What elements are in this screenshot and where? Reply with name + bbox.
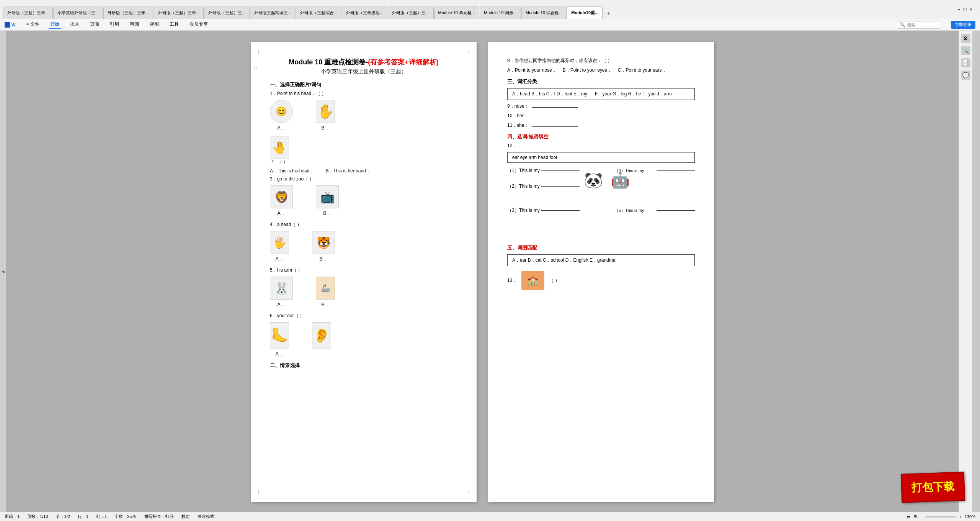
search-input[interactable] bbox=[907, 23, 938, 27]
q4-image-b: 🐯 bbox=[312, 231, 335, 254]
section4-header: 四、选词/短语填空 bbox=[507, 133, 695, 140]
q11-row: 11．she： bbox=[507, 122, 695, 129]
q6-image-b: 👂 bbox=[312, 322, 331, 349]
tab-5[interactable]: 外研版（三起）三... bbox=[204, 7, 250, 19]
tab-bar: 外研版（三起）三年... 小学英语外研版（三... 外研版（三起）三年... 外… bbox=[3, 0, 614, 19]
question-6: 6．your ear（ ） bbox=[270, 313, 457, 319]
sidebar-icon-3[interactable]: 📑 bbox=[961, 58, 970, 67]
page-left: ⠿ Module 10 重难点检测卷-(有参考答案+详细解析) 小学英语三年级上… bbox=[251, 42, 477, 502]
browser-maximize[interactable]: □ bbox=[964, 7, 967, 12]
section5-header: 五、词图匹配 bbox=[507, 244, 695, 251]
status-total-pages: 页数：1/10 bbox=[27, 514, 48, 519]
q11-fill bbox=[532, 126, 578, 127]
view-icon-2[interactable]: ⊞ bbox=[913, 514, 917, 519]
add-tab-button[interactable]: + bbox=[603, 8, 614, 19]
status-section: 节：1/2 bbox=[56, 514, 70, 519]
q6-image-a: 🦶 bbox=[270, 322, 289, 349]
statusbar: 页码：1 页数：1/10 节：1/2 行：1 列：1 字数：2576 拼写检查：… bbox=[0, 512, 980, 521]
q13-building: 🏫 bbox=[521, 271, 544, 290]
tab-4[interactable]: 外研版（三起）三年... bbox=[154, 7, 204, 19]
section3-header: 三、词汇分类 bbox=[507, 78, 695, 85]
browser-minimize[interactable]: − bbox=[957, 7, 960, 12]
q2-image: 🤚 bbox=[270, 136, 289, 159]
q4-image-a: 🖐 bbox=[270, 231, 289, 254]
menu-view[interactable]: 视图 bbox=[148, 20, 160, 29]
question-8: 8．当你想让同学指向他的耳朵时，你应该说：（ ） bbox=[507, 57, 695, 64]
q2-options: A．This is his head． B．This is her hand． bbox=[270, 168, 457, 174]
tab-13[interactable]: Module10重... bbox=[567, 7, 603, 19]
menu-insert[interactable]: 插入 bbox=[69, 20, 81, 29]
question-4: 4．a head（ ） bbox=[270, 221, 457, 228]
tab-9[interactable]: 外研版（三起）三... bbox=[388, 7, 433, 19]
menu-tools[interactable]: 工具 bbox=[168, 20, 180, 29]
drag-handle[interactable]: ⠿ bbox=[254, 65, 256, 70]
tab-12[interactable]: Module 10 综合检... bbox=[521, 7, 567, 19]
sidebar-icon-4[interactable]: 💬 bbox=[961, 70, 970, 80]
panda-left: 🐼 bbox=[584, 171, 603, 189]
main-area: ◀ ⠿ Module 10 重难点检测卷-(有参考答案+详细解析) 小学英语三年… bbox=[0, 31, 972, 512]
sidebar-icon-2[interactable]: 🔍 bbox=[961, 46, 970, 55]
menu-review[interactable]: 审阅 bbox=[128, 20, 140, 29]
menu-edit[interactable]: 开始 bbox=[49, 20, 61, 29]
toolbar: W ≡ 文件 开始 插入 页面 引用 审阅 视图 工具 会员专享 🔍 立即登录 bbox=[0, 19, 980, 31]
status-mode: 兼容模式 bbox=[198, 514, 214, 519]
panda-chars: 🐼 🤖 bbox=[584, 171, 630, 189]
q1-label-b: B． bbox=[321, 125, 330, 131]
tab-3[interactable]: 外研版（三起）三年... bbox=[103, 7, 153, 19]
menu-ref[interactable]: 引用 bbox=[108, 20, 121, 29]
fill-words-box: ear eye arm head foot bbox=[507, 152, 695, 163]
question-3: 3．go to the zoo（ ） bbox=[270, 176, 457, 182]
q4-label-a: A． bbox=[275, 256, 284, 262]
page-title: Module 10 重难点检测卷-(有参考答案+详细解析) bbox=[270, 57, 457, 67]
browser-close[interactable]: × bbox=[969, 7, 972, 12]
q5-image-a: 🐰 bbox=[270, 277, 293, 300]
tab-2[interactable]: 小学英语外研版（三... bbox=[53, 7, 103, 19]
subtitle: 小学英语三年级上册外研版（三起） bbox=[270, 68, 457, 75]
status-spell: 拼写检查：打开 bbox=[144, 514, 174, 519]
match-words-box: A．ear B．cat C．school D．English E．grandma bbox=[507, 254, 695, 266]
q10-fill bbox=[531, 117, 577, 117]
q1-label-a: A． bbox=[277, 125, 286, 131]
q6-label-a: A． bbox=[275, 351, 284, 357]
section2-header: 二、情景选择 bbox=[270, 362, 457, 369]
browser-chrome: 外研版（三起）三年... 小学英语外研版（三... 外研版（三起）三年... 外… bbox=[0, 0, 980, 19]
question-1: 1．Point to his head．（ ） bbox=[270, 90, 457, 97]
tab-6[interactable]: 外研版三起阅读三... bbox=[250, 7, 296, 19]
q12-3: （3）This is my （5）This is my bbox=[507, 207, 695, 214]
page-right: 8．当你想让同学指向他的耳朵时，你应该说：（ ） A．Point to your… bbox=[488, 42, 714, 502]
q3-image-b: 📺 bbox=[316, 185, 339, 208]
zoom-out-btn[interactable]: − bbox=[920, 514, 922, 519]
status-page: 页码：1 bbox=[5, 514, 20, 519]
tab-1[interactable]: 外研版（三起）三年... bbox=[3, 7, 53, 19]
section1-header: 一、选择正确图片/词句 bbox=[270, 81, 457, 88]
menu-vip[interactable]: 会员专享 bbox=[188, 20, 209, 29]
login-button[interactable]: 立即登录 bbox=[951, 21, 975, 29]
q4-label-b: B． bbox=[319, 256, 328, 262]
q1-image-b: ✋ bbox=[316, 100, 335, 123]
q9-row: 9．nose： bbox=[507, 103, 695, 110]
zoom-in-btn[interactable]: + bbox=[959, 514, 961, 519]
q12-label: 12． bbox=[507, 143, 695, 149]
status-col: 列：1 bbox=[96, 514, 107, 519]
q10-row: 10．her： bbox=[507, 113, 695, 119]
tab-11[interactable]: Module 10 周步... bbox=[480, 7, 521, 19]
q5-label-a: A． bbox=[277, 301, 286, 308]
q13-row: 13． 🏫 （ ） bbox=[507, 271, 695, 290]
q5-label-b: B． bbox=[321, 301, 330, 308]
right-sidebar: ⚙ 🔍 📑 💬 bbox=[959, 31, 972, 512]
view-icon-1[interactable]: ☰ bbox=[906, 514, 910, 519]
title-main: Module 10 重难点检测卷- bbox=[289, 58, 368, 66]
title-highlight: (有参考答案+详细解析) bbox=[368, 58, 439, 66]
zoom-slider[interactable] bbox=[925, 516, 956, 518]
tab-7[interactable]: 外研版（三起综合... bbox=[296, 7, 341, 19]
menu-page[interactable]: 页面 bbox=[88, 20, 101, 29]
menu-file[interactable]: ≡ 文件 bbox=[24, 20, 41, 29]
status-words: 字数：2576 bbox=[114, 514, 136, 519]
q8-options: A．Point to your nose． B．Point to your ey… bbox=[507, 67, 695, 74]
tab-10[interactable]: Module 10 单元检... bbox=[434, 7, 480, 19]
left-panel-toggle[interactable]: ◀ bbox=[0, 31, 6, 512]
q5-image-b: 🦾 bbox=[316, 277, 335, 300]
download-button[interactable]: 打包下载 bbox=[901, 472, 965, 503]
sidebar-icon-1[interactable]: ⚙ bbox=[961, 34, 970, 43]
tab-8[interactable]: 外研版（三年级起... bbox=[342, 7, 387, 19]
